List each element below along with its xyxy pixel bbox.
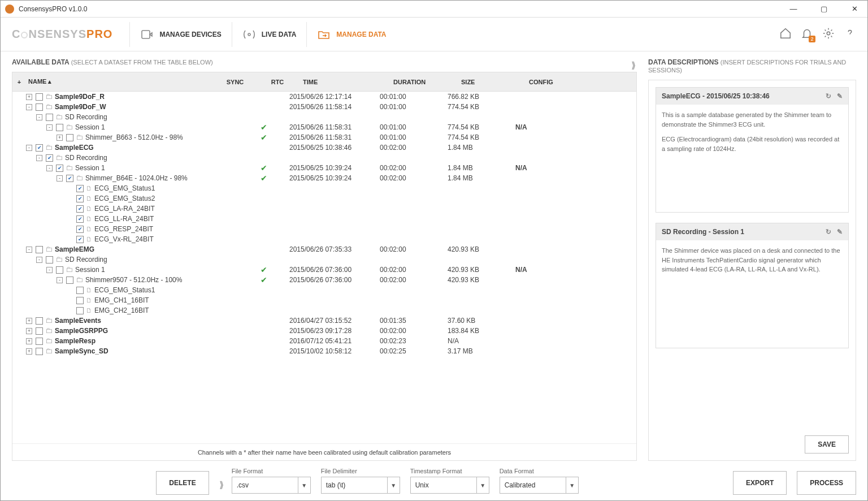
collapse-icon[interactable]: -: [36, 155, 42, 161]
row-checkbox[interactable]: [66, 134, 73, 141]
live-data-button[interactable]: LIVE DATA: [232, 22, 307, 47]
row-checkbox[interactable]: [56, 266, 63, 274]
tree-row[interactable]: 🗋ECG_EMG_Status1: [12, 183, 636, 193]
row-checkbox[interactable]: [46, 256, 53, 264]
manage-data-button[interactable]: MANAGE DATA: [306, 22, 396, 47]
collapse-icon[interactable]: -: [46, 124, 53, 131]
tree-row[interactable]: +🗀SampleEvents2016/04/27 03:15:5200:01:3…: [12, 316, 636, 326]
collapse-icon[interactable]: -: [26, 104, 32, 110]
edit-icon[interactable]: ✎: [837, 92, 843, 100]
row-checkbox[interactable]: [76, 307, 84, 314]
bell-icon[interactable]: 2: [801, 27, 813, 41]
row-checkbox[interactable]: [66, 175, 73, 182]
refresh-icon[interactable]: ↻: [826, 228, 831, 236]
tree-row[interactable]: +🗀Sample9DoF_R2015/06/26 12:17:1400:01:0…: [12, 92, 636, 102]
tree-row[interactable]: +🗀SampleResp2016/07/12 05:41:2100:02:23N…: [12, 336, 636, 346]
row-checkbox[interactable]: [36, 246, 43, 253]
refresh-icon[interactable]: ↻: [826, 92, 831, 100]
help-icon[interactable]: [844, 27, 856, 41]
tree-row[interactable]: -🗀Session 1✔2015/06/26 07:36:0000:02:004…: [12, 265, 636, 275]
expand-icon[interactable]: +: [26, 348, 32, 355]
row-checkbox[interactable]: [66, 277, 73, 284]
row-checkbox[interactable]: [36, 103, 43, 111]
row-checkbox[interactable]: [76, 195, 84, 202]
file-delimiter-select[interactable]: tab (\t)▼: [321, 477, 400, 494]
tree-row[interactable]: 🗋EMG_CH2_16BIT: [12, 305, 636, 316]
row-checkbox[interactable]: [76, 226, 84, 233]
tree-row[interactable]: -🗀SD Recording: [12, 254, 636, 265]
row-checkbox[interactable]: [76, 205, 84, 213]
minimize-button[interactable]: —: [785, 5, 802, 13]
tree-row[interactable]: -🗀SampleEMG2015/06/26 07:35:3300:02:0042…: [12, 244, 636, 254]
col-size[interactable]: SIZE: [461, 79, 529, 85]
col-sync[interactable]: SYNC: [218, 79, 252, 85]
expand-icon[interactable]: +: [26, 338, 32, 344]
export-button[interactable]: EXPORT: [733, 471, 787, 495]
tree-row[interactable]: -🗀Shimmer9507 - 512.0Hz - 100%✔2015/06/2…: [12, 275, 636, 285]
row-checkbox[interactable]: [76, 287, 84, 294]
row-checkbox[interactable]: [36, 348, 43, 355]
expand-icon[interactable]: +: [26, 328, 32, 334]
row-checkbox[interactable]: [76, 215, 84, 223]
collapse-icon[interactable]: -: [57, 277, 63, 283]
collapse-chevrons-icon[interactable]: ⟩⟩: [631, 60, 633, 71]
tree-row[interactable]: -🗀SD Recording: [12, 112, 636, 122]
row-checkbox[interactable]: [36, 93, 43, 101]
collapse-icon[interactable]: -: [46, 267, 53, 273]
col-config[interactable]: CONFIG: [529, 79, 585, 85]
row-checkbox[interactable]: [76, 236, 84, 243]
tree-row[interactable]: 🗋ECG_LL-RA_24BIT: [12, 214, 636, 224]
tree-row[interactable]: 🗋EMG_CH1_16BIT: [12, 295, 636, 305]
save-button[interactable]: SAVE: [805, 435, 849, 454]
process-button[interactable]: PROCESS: [797, 471, 856, 495]
tree-row[interactable]: -🗀SampleECG2015/06/25 10:38:4600:02:001.…: [12, 142, 636, 153]
expand-icon[interactable]: +: [57, 135, 63, 141]
tree-row[interactable]: -🗀Sample9DoF_W2015/06/26 11:58:1400:01:0…: [12, 102, 636, 112]
col-name[interactable]: NAME ▴: [26, 78, 218, 85]
delete-button[interactable]: DELETE: [156, 471, 209, 495]
collapse-icon[interactable]: -: [36, 114, 42, 120]
tree-row[interactable]: -🗀Session 1✔2015/06/26 11:58:3100:01:007…: [12, 122, 636, 132]
row-checkbox[interactable]: [56, 165, 63, 172]
row-checkbox[interactable]: [36, 317, 43, 325]
row-checkbox[interactable]: [36, 338, 43, 345]
row-checkbox[interactable]: [36, 327, 43, 335]
tree-row[interactable]: +🗀SampleSync_SD2015/10/02 10:58:1200:02:…: [12, 346, 636, 356]
desc1-body[interactable]: This is a sample database generated by t…: [656, 105, 848, 212]
row-checkbox[interactable]: [46, 154, 53, 162]
row-checkbox[interactable]: [46, 114, 53, 121]
collapse-icon[interactable]: -: [57, 175, 63, 182]
row-checkbox[interactable]: [36, 144, 43, 152]
tree-row[interactable]: 🗋ECG_EMG_Status2: [12, 193, 636, 204]
gear-icon[interactable]: [822, 27, 835, 41]
add-column-button[interactable]: +: [12, 79, 26, 85]
row-checkbox[interactable]: [76, 297, 84, 304]
col-duration[interactable]: DURATION: [393, 79, 461, 85]
edit-icon[interactable]: ✎: [837, 228, 843, 236]
tree-row[interactable]: 🗋ECG_LA-RA_24BIT: [12, 204, 636, 214]
tree-row[interactable]: -🗀SD Recording: [12, 153, 636, 163]
expand-icon[interactable]: +: [26, 94, 32, 100]
tree-row[interactable]: +🗀SampleGSRPPG2015/06/23 09:17:2800:02:0…: [12, 326, 636, 336]
row-checkbox[interactable]: [56, 124, 63, 131]
desc2-body[interactable]: The Shimmer device was placed on a desk …: [656, 240, 848, 348]
home-icon[interactable]: [779, 27, 792, 41]
col-time[interactable]: TIME: [303, 79, 393, 85]
row-checkbox[interactable]: [76, 185, 84, 192]
timestamp-format-select[interactable]: Unix▼: [410, 477, 489, 494]
tree-row[interactable]: 🗋ECG_EMG_Status1: [12, 285, 636, 295]
collapse-icon[interactable]: -: [46, 165, 53, 171]
data-format-select[interactable]: Calibrated▼: [500, 477, 579, 494]
close-button[interactable]: ✕: [846, 5, 863, 13]
maximize-button[interactable]: ▢: [815, 5, 832, 13]
expand-icon[interactable]: +: [26, 318, 32, 324]
tree-row[interactable]: -🗀Session 1✔2015/06/25 10:39:2400:02:001…: [12, 163, 636, 173]
tree-row[interactable]: 🗋ECG_RESP_24BIT: [12, 224, 636, 234]
collapse-icon[interactable]: -: [26, 247, 32, 253]
manage-devices-button[interactable]: MANAGE DEVICES: [129, 22, 231, 47]
tree-row[interactable]: +🗀Shimmer_B663 - 512.0Hz - 98%✔2015/06/2…: [12, 132, 636, 142]
collapse-icon[interactable]: -: [26, 145, 32, 151]
col-rtc[interactable]: RTC: [252, 79, 303, 85]
file-format-select[interactable]: .csv▼: [232, 477, 311, 494]
tree-row[interactable]: 🗋ECG_Vx-RL_24BIT: [12, 234, 636, 244]
